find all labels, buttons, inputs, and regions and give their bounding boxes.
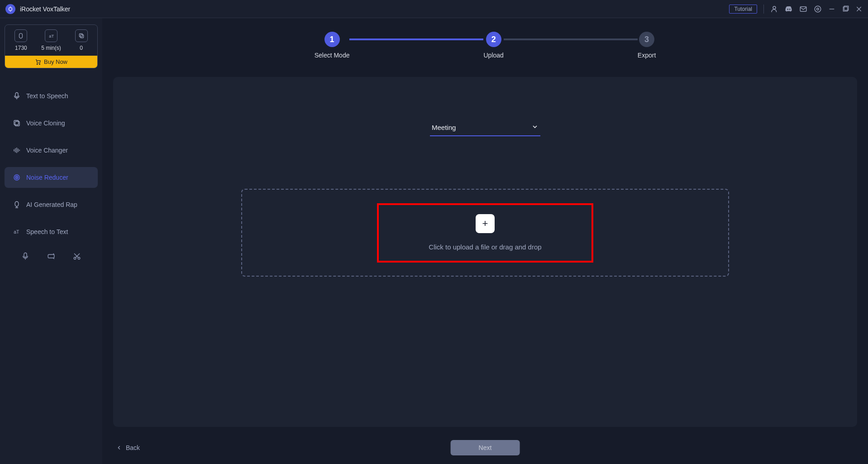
svg-rect-14 <box>79 33 82 37</box>
svg-point-16 <box>39 63 40 64</box>
buy-now-label: Buy Now <box>44 58 67 65</box>
upload-add-button[interactable]: + <box>476 214 495 233</box>
upload-dropzone[interactable]: + Click to upload a file or drag and dro… <box>241 189 729 277</box>
svg-text:aT: aT <box>49 34 54 38</box>
svg-point-0 <box>9 7 12 10</box>
credit-characters: 1730 <box>14 29 27 51</box>
waveform-icon <box>13 146 21 154</box>
svg-point-15 <box>37 63 38 64</box>
mode-dropdown[interactable]: Meeting <box>430 120 540 136</box>
sidebar-item-label: AI Generated Rap <box>26 201 77 208</box>
text-icon: aT <box>13 228 21 236</box>
discord-icon[interactable] <box>785 5 793 13</box>
svg-rect-28 <box>15 201 19 206</box>
close-icon[interactable] <box>855 5 863 13</box>
record-icon[interactable] <box>21 252 29 262</box>
mail-icon[interactable] <box>799 5 807 13</box>
chevron-down-icon <box>531 123 539 132</box>
step-number: 2 <box>486 32 501 47</box>
back-label: Back <box>126 444 140 451</box>
step-label: Select Mode <box>315 52 350 59</box>
step-number: 3 <box>639 32 654 47</box>
svg-point-1 <box>773 6 776 9</box>
sidebar-item-label: Voice Changer <box>26 147 68 154</box>
step-select-mode: 1 Select Mode <box>315 32 350 59</box>
svg-point-27 <box>16 177 17 178</box>
sidebar-item-ai-rap[interactable]: AI Generated Rap <box>5 194 98 215</box>
step-connector <box>504 38 638 40</box>
rap-icon <box>13 201 21 209</box>
svg-rect-31 <box>48 254 54 258</box>
copy-icon <box>75 29 88 42</box>
sidebar-item-voice-changer[interactable]: Voice Changer <box>5 140 98 161</box>
svg-point-4 <box>815 6 821 12</box>
settings-icon[interactable] <box>814 5 822 13</box>
svg-rect-30 <box>24 253 27 258</box>
sidebar-item-label: Text to Speech <box>26 92 68 100</box>
svg-point-3 <box>817 8 819 10</box>
credit-clones: 0 <box>75 29 88 51</box>
sidebar-item-noise-reducer[interactable]: Noise Reducer <box>5 167 98 188</box>
upload-highlight: + Click to upload a file or drag and dro… <box>377 203 593 263</box>
sidebar-item-label: Noise Reducer <box>26 174 68 181</box>
user-icon[interactable] <box>770 5 778 13</box>
noise-icon <box>13 173 21 182</box>
svg-rect-17 <box>15 93 18 97</box>
credit-value: 1730 <box>15 45 27 51</box>
mic-icon <box>13 92 21 100</box>
cart-icon <box>35 59 41 65</box>
step-export: 3 Export <box>638 32 656 59</box>
main-panel: Meeting + Click to upload a file or drag… <box>113 77 857 427</box>
svg-rect-18 <box>15 121 19 126</box>
sidebar-item-label: Voice Cloning <box>26 120 65 127</box>
sidebar-item-text-to-speech[interactable]: Text to Speech <box>5 86 98 106</box>
credit-value: 5 min(s) <box>41 45 61 51</box>
upload-instruction: Click to upload a file or drag and drop <box>429 243 541 251</box>
svg-rect-13 <box>80 35 83 38</box>
progress-steps: 1 Select Mode 2 Upload 3 Export <box>102 18 868 71</box>
characters-icon <box>14 29 27 42</box>
svg-rect-19 <box>14 120 19 125</box>
sidebar: 1730 aT 5 min(s) 0 Buy Now <box>0 18 102 464</box>
step-connector <box>349 38 483 40</box>
buy-now-button[interactable]: Buy Now <box>5 56 97 68</box>
sidebar-item-voice-cloning[interactable]: Voice Cloning <box>5 113 98 134</box>
step-upload: 2 Upload <box>483 32 503 59</box>
svg-text:aT: aT <box>14 229 19 234</box>
cut-icon[interactable] <box>73 252 81 262</box>
step-label: Export <box>638 52 656 59</box>
dropdown-selected: Meeting <box>432 124 456 131</box>
tutorial-button[interactable]: Tutorial <box>729 5 757 14</box>
svg-rect-10 <box>19 33 23 38</box>
minimize-icon[interactable] <box>828 5 835 13</box>
sidebar-item-speech-to-text[interactable]: aT Speech to Text <box>5 221 98 242</box>
credit-minutes: aT 5 min(s) <box>41 29 61 51</box>
credits-box: 1730 aT 5 min(s) 0 Buy Now <box>5 24 98 68</box>
step-number: 1 <box>324 32 340 47</box>
step-label: Upload <box>483 52 503 59</box>
loop-icon[interactable] <box>47 252 55 262</box>
time-icon: aT <box>45 29 57 42</box>
chevron-left-icon <box>116 445 122 451</box>
sidebar-item-label: Speech to Text <box>26 228 68 235</box>
app-logo-icon <box>5 4 15 14</box>
back-button[interactable]: Back <box>116 444 140 451</box>
clone-icon <box>13 119 21 127</box>
next-button[interactable]: Next <box>451 440 520 455</box>
credit-value: 0 <box>80 45 83 51</box>
app-title: iRocket VoxTalker <box>20 5 70 13</box>
divider <box>763 5 764 14</box>
maximize-icon[interactable] <box>842 5 849 13</box>
